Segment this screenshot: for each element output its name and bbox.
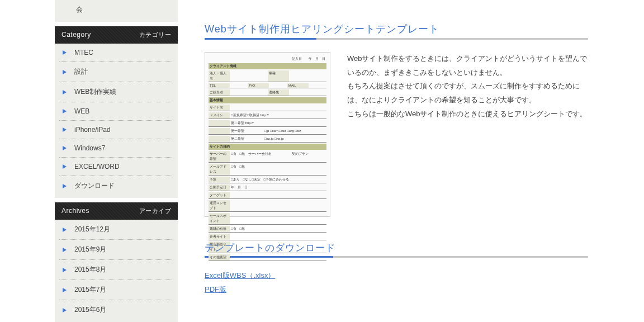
sidebar-top-box: 会 [55, 0, 178, 22]
archive-item[interactable]: 2015年12月 [59, 220, 173, 240]
sidebar-top-item[interactable]: 会 [59, 0, 173, 20]
category-item-web[interactable]: WEB [59, 102, 173, 121]
triangle-icon [63, 146, 67, 150]
triangle-icon [63, 109, 67, 113]
category-item-windows7[interactable]: Windows7 [59, 139, 173, 158]
triangle-icon [63, 127, 67, 132]
triangle-icon [63, 70, 67, 74]
archives-list: 2015年12月 2015年9月 2015年8月 2015年7月 2015年6月 [55, 220, 178, 320]
category-item-excel-word[interactable]: EXCEL/WORD [59, 158, 173, 176]
triangle-icon [63, 50, 67, 55]
archive-item[interactable]: 2015年9月 [59, 240, 173, 260]
triangle-icon [63, 268, 67, 272]
download-excel-link[interactable]: Excel版WBS（.xlsx） [205, 269, 588, 283]
triangle-icon [63, 90, 67, 94]
category-header: Category カテゴリー [55, 26, 178, 44]
category-item-iphone[interactable]: iPhone/iPad [59, 121, 173, 139]
triangle-icon [63, 248, 67, 252]
archives-header: Archives アーカイブ [55, 202, 178, 220]
triangle-icon [63, 288, 67, 292]
triangle-icon [63, 184, 67, 188]
triangle-icon [63, 164, 67, 169]
archive-item[interactable]: 2015年6月 [59, 300, 173, 320]
download-links: Excel版WBS（.xlsx） PDF版 [205, 269, 588, 296]
article-description: Webサイト制作をするときには、クライアントがどういうサイトを望んでいるのか、ま… [347, 52, 588, 121]
category-item-download[interactable]: ダウンロード [59, 176, 173, 196]
template-thumbnail[interactable]: 記入日 年 月 日 クライアント情報 法人・個人名業種 TELFAXMAIL ご… [205, 52, 330, 217]
desc-p3: こちらは一般的なWebサイト制作のときに使えるヒアリングシートです。 [347, 107, 588, 121]
desc-p2: もちろん提案はさせて頂くのですが、スムーズに制作をすすめるためには、なによりクラ… [347, 79, 588, 107]
category-item-design[interactable]: 設計 [59, 62, 173, 82]
archive-item[interactable]: 2015年8月 [59, 260, 173, 280]
category-list: MTEC 設計 WEB制作実績 WEB iPhone/iPad Windows7… [55, 44, 178, 196]
article-title: Webサイト制作用ヒアリングシートテンプレート [205, 22, 588, 40]
archive-item[interactable]: 2015年7月 [59, 280, 173, 300]
download-pdf-link[interactable]: PDF版 [205, 283, 588, 297]
main-content: Webサイト制作用ヒアリングシートテンプレート 記入日 年 月 日 クライアント… [205, 0, 644, 322]
category-item-web-works[interactable]: WEB制作実績 [59, 82, 173, 102]
triangle-icon [63, 308, 67, 312]
category-item-mtec[interactable]: MTEC [59, 44, 173, 62]
triangle-icon [63, 228, 67, 232]
desc-p1: Webサイト制作をするときには、クライアントがどういうサイトを望んでいるのか、ま… [347, 52, 588, 79]
archives-box: Archives アーカイブ 2015年12月 2015年9月 2015年8月 … [55, 202, 178, 322]
category-box: Category カテゴリー MTEC 設計 WEB制作実績 WEB iPhon… [55, 26, 178, 198]
